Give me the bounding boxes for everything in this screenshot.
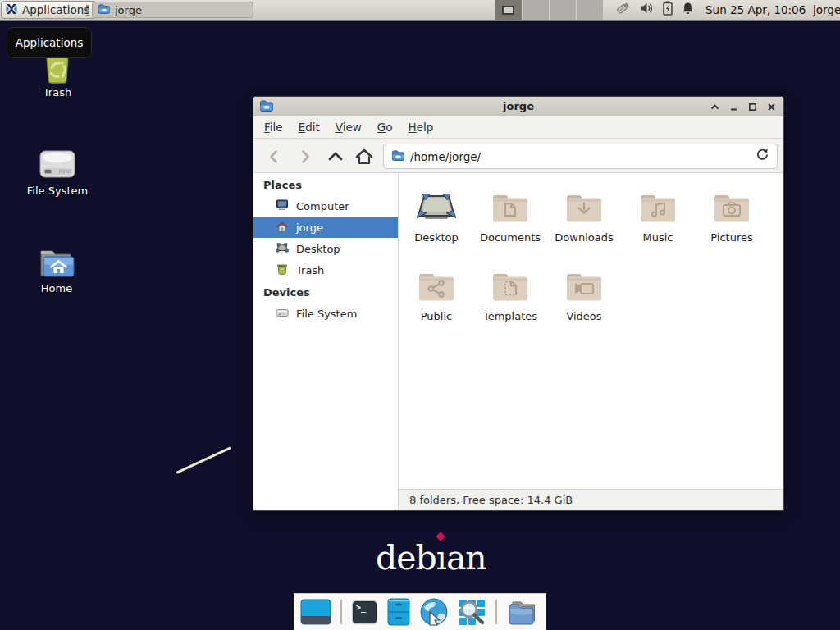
home-button[interactable] [354,146,375,167]
sidebar-item-desktop[interactable]: Desktop [253,238,398,259]
sidebar: Places Computer [253,173,399,510]
menu-edit[interactable]: Edit [299,121,320,134]
wordmark-i: ı [436,538,446,578]
tooltip-text: Applications [16,36,83,49]
titlebar[interactable]: jorge [253,97,783,116]
trash-icon [276,262,289,278]
taskbar-window-button[interactable]: jorge [92,2,253,18]
folder-pictures-icon [710,185,753,224]
sidebar-item-computer[interactable]: Computer [253,195,398,217]
file-label: Templates [483,310,537,322]
file-label: Pictures [710,231,752,244]
maximize-button[interactable] [746,101,759,113]
home-folder-dock-icon[interactable] [506,599,537,625]
desktop-icon-label[interactable]: File System [8,185,107,197]
workspace-3[interactable] [549,0,576,20]
path-bar[interactable]: /home/jorge/ [383,144,778,169]
sidebar-item-label: Computer [296,200,349,212]
address-text[interactable]: /home/jorge/ [410,150,750,163]
file-item-templates[interactable]: Templates [473,263,547,342]
forward-button[interactable] [294,146,316,167]
sidebar-header-devices: Devices [253,281,398,303]
top-panel: Applications jorge [0,0,840,21]
window-controls [709,97,778,116]
file-item-pictures[interactable]: Pictures [695,185,769,263]
files-grid: Desktop [399,185,769,342]
file-label: Music [643,231,673,244]
file-item-desktop[interactable]: Desktop [399,185,473,263]
application-finder-icon[interactable] [458,598,486,627]
menu-go[interactable]: Go [377,121,393,134]
window-title: jorge [253,97,783,116]
file-item-music[interactable]: Music [621,185,695,263]
shade-button[interactable] [709,101,721,113]
computer-icon [276,199,289,214]
reload-icon[interactable] [756,148,769,165]
panel-clock[interactable]: Sun 25 Apr, 10:06 [705,0,806,20]
desktop-icon-label[interactable]: Home [7,282,106,294]
menu-help[interactable]: Help [409,121,434,134]
files-area[interactable]: Desktop [399,173,783,489]
status-text: 8 folders, Free space: 14.4 GiB [409,494,573,506]
sidebar-item-trash[interactable]: Trash [253,259,398,281]
home-icon [276,220,289,235]
folder-videos-icon [563,263,605,303]
sidebar-item-label: Trash [296,264,324,276]
close-button[interactable] [765,101,778,113]
harddisk-icon[interactable] [38,147,77,186]
applications-menu-button[interactable]: Applications [1,1,97,19]
window-content: Places Computer [253,173,783,510]
file-item-documents[interactable]: Documents [473,185,547,263]
file-manager-icon[interactable] [387,598,410,626]
file-label: Public [421,310,452,322]
back-button[interactable] [263,146,285,167]
folder-downloads-icon [563,185,605,224]
sidebar-item-jorge[interactable]: jorge [253,217,398,238]
menubar: File Edit View Go Help [253,116,783,139]
notifications-bell-icon[interactable] [682,2,694,18]
workspace-1[interactable] [495,0,522,20]
folder-icon [98,3,110,16]
folder-public-icon [415,263,458,303]
user-text: jorge [813,3,840,16]
folder-icon [391,148,404,164]
clock-text: Sun 25 Apr, 10:06 [705,3,806,16]
terminal-emulator-icon[interactable]: >_ [351,600,378,625]
dock-separator [495,600,497,624]
panel-user-label[interactable]: jorge [813,0,840,20]
menu-view[interactable]: View [336,121,362,134]
file-label: Videos [566,310,601,322]
sidebar-item-file-system[interactable]: File System [253,303,398,324]
home-folder-icon[interactable] [36,244,77,285]
volume-icon[interactable] [640,2,654,18]
desktop-icon-label[interactable]: Trash [8,86,107,98]
minimize-button[interactable] [728,101,740,113]
status-bar: 8 folders, Free space: 14.4 GiB [399,489,783,510]
applications-menu-label: Applications [22,3,89,16]
taskbar-window-label: jorge [115,4,142,16]
dock: >_ [294,593,546,630]
menu-file[interactable]: File [264,121,283,134]
applications-tooltip: Applications [7,27,92,58]
stylus-icon[interactable] [614,0,631,20]
desktop-launcher-icon[interactable] [300,599,331,625]
folder-documents-icon [489,185,532,224]
debian-wordmark: debıan [376,541,486,575]
wordmark-post: an [446,538,486,578]
web-browser-icon[interactable] [419,597,449,627]
files-main: Desktop [399,173,783,510]
workspace-4[interactable] [576,0,603,20]
sidebar-header-places: Places [253,173,398,195]
file-manager-window: jorge File Edit View Go Help [253,96,784,511]
file-item-public[interactable]: Public [399,263,473,342]
harddisk-icon [276,306,289,322]
folder-music-icon [637,185,679,224]
up-button[interactable] [325,146,346,167]
file-label: Desktop [414,231,459,244]
file-item-videos[interactable]: Videos [547,263,621,342]
sidebar-item-label: File System [296,308,357,320]
battery-charging-icon[interactable] [663,1,673,19]
file-item-downloads[interactable]: Downloads [547,185,621,263]
desktop-line-artifact [176,446,231,474]
workspace-2[interactable] [522,0,549,20]
